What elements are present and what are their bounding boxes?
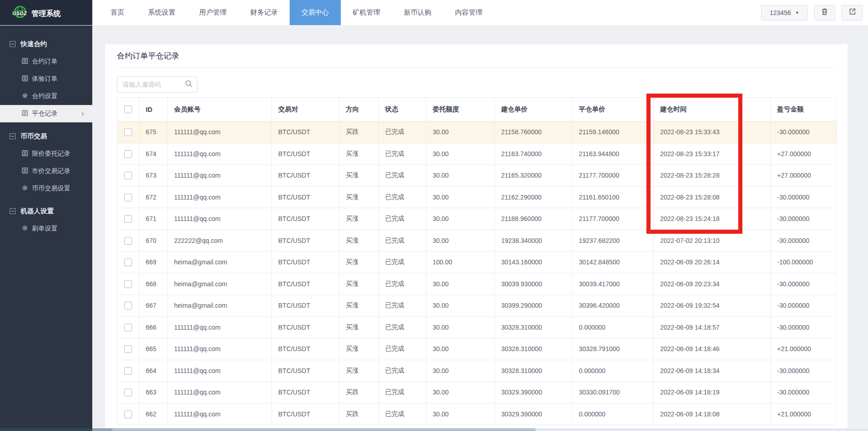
app-title: 管理系统 [32,9,61,19]
cell-profit: -30.000000 [771,208,836,230]
row-checkbox[interactable] [124,258,132,266]
row-checkbox[interactable] [124,128,132,136]
row-checkbox[interactable] [124,367,132,375]
cell-open-price: 19238.340000 [495,230,572,252]
nav-item-2[interactable]: 系统设置 [136,0,187,25]
cell-amount: 30.00 [426,165,495,187]
row-checkbox[interactable] [124,172,132,179]
column-header-交易对: 交易对 [272,98,339,121]
list-icon [22,150,28,158]
cell-amount: 30.00 [426,121,495,143]
sidebar-item-刷单设置[interactable]: 刷单设置 [0,220,92,237]
cell-amount: 30.00 [426,338,495,360]
sidebar-item-label: 体验订单 [32,75,58,83]
row-checkbox-cell [117,382,139,404]
cell-open-time: 2022-08-23 15:33:43 [654,121,771,143]
cell-profit: +21.000000 [771,338,836,360]
cell-direction: 买涨 [339,208,379,230]
cell-close-price: 30142.848500 [572,252,654,273]
scrollbar-thumb[interactable] [112,428,535,431]
row-checkbox[interactable] [124,410,132,418]
sidebar-item-平仓记录[interactable]: 平仓记录› [0,105,92,122]
list-icon [22,75,28,83]
cell-close-price: 21161.650100 [572,186,654,208]
cell-direction: 买涨 [339,316,379,338]
row-checkbox-cell [117,252,139,273]
sidebar-item-合约设置[interactable]: 合约设置 [0,88,92,105]
trash-button[interactable] [814,5,835,21]
column-header-状态: 状态 [379,98,426,121]
cell-status: 已完成 [379,121,426,143]
content-card: 合约订单平仓记录 ID会员账号交易对方向状态委托额度建仓单价平仓单价建仓时间盈亏… [105,44,847,428]
cell-account: 111111@qq.com [168,143,272,165]
cell-direction: 买涨 [339,230,379,252]
row-checkbox-cell [117,338,139,360]
user-dropdown-button[interactable]: 123456 ▼ [761,5,808,21]
row-checkbox[interactable] [124,150,132,158]
table-row-675: 675111111@qq.comBTC/USDT买跌已完成30.0021158.… [117,121,836,143]
cell-direction: 买涨 [339,295,379,317]
sidebar-item-限价委托记录[interactable]: 限价委托记录 [0,145,92,163]
row-checkbox[interactable] [124,324,132,331]
cell-profit: +27.000000 [771,165,836,187]
cell-pair: BTC/USDT [272,338,339,360]
row-checkbox[interactable] [124,345,132,353]
nav-item-3[interactable]: 用户管理 [187,0,238,25]
cell-close-price: 21177.700000 [572,208,654,230]
sidebar-section-title[interactable]: 机器人设置 [0,202,92,220]
cell-status: 已完成 [379,382,426,404]
row-checkbox[interactable] [124,237,132,245]
row-checkbox[interactable] [124,302,132,310]
sidebar-item-体验订单[interactable]: 体验订单 [0,70,92,88]
sidebar-item-市价交易记录[interactable]: 市价交易记录 [0,163,92,180]
sidebar-section-title[interactable]: 快速合约 [0,35,92,53]
cell-status: 已完成 [379,208,426,230]
cell-open-price: 30039.930000 [495,273,572,295]
row-checkbox[interactable] [124,389,132,396]
cell-open-price: 30399.290000 [495,295,572,317]
search-button[interactable] [184,79,194,89]
row-checkbox-cell [117,273,139,295]
sidebar-item-label: 合约设置 [32,92,58,100]
sidebar-item-币币交易设置[interactable]: 币币交易设置 [0,180,92,197]
cell-status: 已完成 [379,186,426,208]
table-row-663: 663111111@qq.comBTC/USDT买跌已完成30.0030329.… [117,382,836,404]
cell-status: 已完成 [379,143,426,165]
nav-item-1[interactable]: 首页 [99,0,136,25]
table-row-674: 674111111@qq.comBTC/USDT买涨已完成30.0021163.… [117,143,836,165]
nav-item-5[interactable]: 交易中心 [290,0,341,25]
select-all-checkbox[interactable] [124,105,132,113]
cell-pair: BTC/USDT [272,252,339,273]
sidebar-item-合约订单[interactable]: 合约订单 [0,53,92,70]
topbar-right-controls: 123456 ▼ [761,0,868,25]
nav-item-6[interactable]: 矿机管理 [341,0,392,25]
collapse-minus-icon [10,208,16,214]
logout-button[interactable] [842,5,863,21]
row-checkbox[interactable] [124,280,132,288]
column-header-平仓单价: 平仓单价 [572,98,654,121]
row-checkbox-cell [117,403,139,425]
cell-status: 已完成 [379,316,426,338]
nav-item-7[interactable]: 新币认购 [392,0,443,25]
cell-close-price: 21163.944800 [572,143,654,165]
cell-amount: 100.00 [426,252,495,273]
cell-id: 675 [139,121,168,143]
cell-id: 662 [139,403,168,425]
nav-item-8[interactable]: 内容管理 [443,0,494,25]
cell-amount: 30.00 [426,230,495,252]
sidebar-section-label: 币币交易 [21,132,47,141]
gear-icon [22,225,28,232]
cell-id: 673 [139,165,168,187]
cell-status: 已完成 [379,295,426,317]
column-header-方向: 方向 [339,98,379,121]
cell-close-price: 21159.146000 [572,121,654,143]
row-checkbox[interactable] [124,194,132,201]
nav-item-4[interactable]: 财务记录 [238,0,290,25]
list-icon [22,110,28,117]
sidebar-section-title[interactable]: 币币交易 [0,127,92,145]
row-checkbox[interactable] [124,215,132,223]
scrollbar-track [535,428,868,431]
search-box [117,76,197,93]
column-header-ID: ID [139,98,168,121]
search-row [117,76,836,93]
